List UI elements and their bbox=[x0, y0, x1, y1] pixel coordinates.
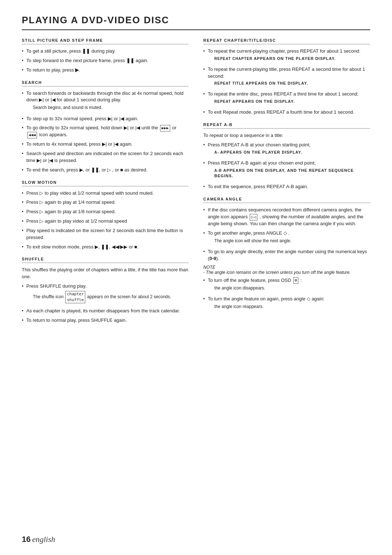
list-item: To repeat the current-playing title, pre… bbox=[203, 66, 370, 89]
section-shuffle: SHUFFLE This shuffles the playing order … bbox=[22, 257, 189, 324]
main-content: STILL PICTURE AND STEP FRAME To get a st… bbox=[22, 38, 370, 331]
list-item: Press SHUFFLE during play. The shuffle i… bbox=[22, 283, 189, 305]
slow-motion-list: Press ▷ to play video at 1/2 normal spee… bbox=[22, 190, 189, 251]
list-item: Press REPEAT A-B again at your chosen en… bbox=[203, 160, 370, 181]
section-title-search: SEARCH bbox=[22, 80, 189, 86]
camera-angle-list2: To turn off the angle feature, press OSD… bbox=[203, 277, 370, 312]
list-item: To return to play, press ▶. bbox=[22, 67, 189, 74]
list-item: To get a still picture, press ❚❚ during … bbox=[22, 48, 189, 55]
section-repeat-chapter: REPEAT CHAPTER/TITLE/DISC To repeat the … bbox=[203, 38, 370, 116]
repeat-chapter-list: To repeat the current-playing chapter, p… bbox=[203, 48, 370, 116]
list-item: To exit Repeat mode, press REPEAT a four… bbox=[203, 109, 370, 116]
section-title-still-picture: STILL PICTURE AND STEP FRAME bbox=[22, 38, 189, 44]
section-slow-motion: SLOW MOTION Press ▷ to play video at 1/2… bbox=[22, 180, 189, 251]
camera-angle-list: If the disc contains sequences recorded … bbox=[203, 207, 370, 262]
list-item: Press ▷ again to play video at 1/2 norma… bbox=[22, 218, 189, 225]
osd-icon: ⊞ bbox=[293, 277, 299, 284]
section-title-repeat-chapter: REPEAT CHAPTER/TITLE/DISC bbox=[203, 38, 370, 44]
shuffle-intro: This shuffles the playing order of chapt… bbox=[22, 267, 189, 280]
shuffle-list: Press SHUFFLE during play. The shuffle i… bbox=[22, 283, 189, 324]
section-still-picture: STILL PICTURE AND STEP FRAME To get a st… bbox=[22, 38, 189, 74]
list-item: To repeat the entire disc, press REPEAT … bbox=[203, 91, 370, 106]
camera-angle-sub1: The angle icon will show the next angle. bbox=[215, 238, 370, 244]
section-repeat-ab: REPEAT A-B To repeat or loop a sequence … bbox=[203, 122, 370, 190]
list-item: Search speed and direction are indicated… bbox=[22, 150, 189, 164]
list-item: To turn off the angle feature, press OSD… bbox=[203, 277, 370, 293]
repeat-disc-sub: REPEAT appears on the display. bbox=[215, 99, 370, 105]
list-item: To turn the angle feature on again, pres… bbox=[203, 296, 370, 312]
repeat-ab-sub2: A-B appears on the display, and the repe… bbox=[215, 168, 370, 179]
still-picture-list: To get a still picture, press ❚❚ during … bbox=[22, 48, 189, 74]
camera-angle-sub2: the angle icon disappears. bbox=[215, 285, 370, 291]
page-title: PLAYING A DVD-VIDEO DISC bbox=[22, 15, 370, 30]
search-sub-note-1: Search begins, and sound is muted. bbox=[33, 105, 189, 111]
list-item: To search forwards or backwards through … bbox=[22, 90, 189, 113]
page-number: 16 bbox=[22, 535, 30, 544]
list-item: Press REPEAT A-B at your chosen starting… bbox=[203, 142, 370, 157]
page-language: english bbox=[32, 535, 55, 544]
right-column: REPEAT CHAPTER/TITLE/DISC To repeat the … bbox=[203, 38, 370, 331]
shuffle-icon: chaptershuffle bbox=[65, 291, 85, 303]
repeat-ab-sub1: A- appears on the player display. bbox=[215, 150, 370, 155]
section-camera-angle: CAMERA ANGLE If the disc contains sequen… bbox=[203, 197, 370, 312]
repeat-ab-intro: To repeat or loop a sequence in a title: bbox=[203, 132, 370, 139]
list-item: To exit the sequence, press REPEAT A-B a… bbox=[203, 183, 370, 190]
camera-angle-note: NOTE- The angle icon remains on the scre… bbox=[203, 265, 370, 275]
left-column: STILL PICTURE AND STEP FRAME To get a st… bbox=[22, 38, 189, 331]
rewind-icon: ◀◀◀ bbox=[27, 132, 37, 138]
list-item: To go directly to 32x normal speed, hold… bbox=[22, 125, 189, 138]
repeat-ab-list: Press REPEAT A-B at your chosen starting… bbox=[203, 142, 370, 190]
camera-angle-sub3: the angle icon reappears. bbox=[215, 304, 370, 310]
section-title-slow-motion: SLOW MOTION bbox=[22, 180, 189, 186]
list-item: To get another angle, press ANGLE ◇ . Th… bbox=[203, 230, 370, 246]
section-title-repeat-ab: REPEAT A-B bbox=[203, 122, 370, 129]
list-item: To step forward to the next picture fram… bbox=[22, 57, 189, 64]
list-item: As each chapter is played, its number di… bbox=[22, 308, 189, 315]
repeat-title-sub: REPEAT TITLE appears on the display. bbox=[215, 81, 370, 86]
list-item: To return to normal play, press SHUFFLE … bbox=[22, 317, 189, 324]
list-item: Press ▷ again to play at 1/4 normal spee… bbox=[22, 199, 189, 206]
section-search: SEARCH To search forwards or backwards t… bbox=[22, 80, 189, 174]
list-item: Play speed is indicated on the screen fo… bbox=[22, 227, 189, 241]
camera-angle-icon: ▷◁ bbox=[250, 214, 257, 220]
list-item: To go to any angle directly, enter the a… bbox=[203, 248, 370, 262]
shuffle-sub-note: The shuffle icon chaptershuffle appears … bbox=[33, 291, 189, 303]
section-title-camera-angle: CAMERA ANGLE bbox=[203, 197, 370, 203]
list-item: To step up to 32x normal speed, press ▶|… bbox=[22, 116, 189, 122]
list-item: Press ▷ to play video at 1/2 normal spee… bbox=[22, 190, 189, 197]
fast-forward-icon: ▶▶▶ bbox=[160, 125, 170, 131]
section-title-shuffle: SHUFFLE bbox=[22, 257, 189, 263]
repeat-chapter-sub1: REPEAT CHAPTER appears on the player dis… bbox=[215, 56, 370, 62]
search-list: To search forwards or backwards through … bbox=[22, 90, 189, 174]
list-item: To end the search, press ▶, or ❚❚, or ▷ … bbox=[22, 167, 189, 174]
list-item: If the disc contains sequences recorded … bbox=[203, 207, 370, 227]
list-item: To exit slow motion mode, press ▶, ❚❚, ◀… bbox=[22, 244, 189, 251]
list-item: To return to 4x normal speed, press ▶| o… bbox=[22, 141, 189, 148]
page-footer: 16 english bbox=[22, 535, 55, 544]
list-item: Press ▷ again to play at 1/8 normal spee… bbox=[22, 208, 189, 215]
list-item: To repeat the current-playing chapter, p… bbox=[203, 48, 370, 64]
